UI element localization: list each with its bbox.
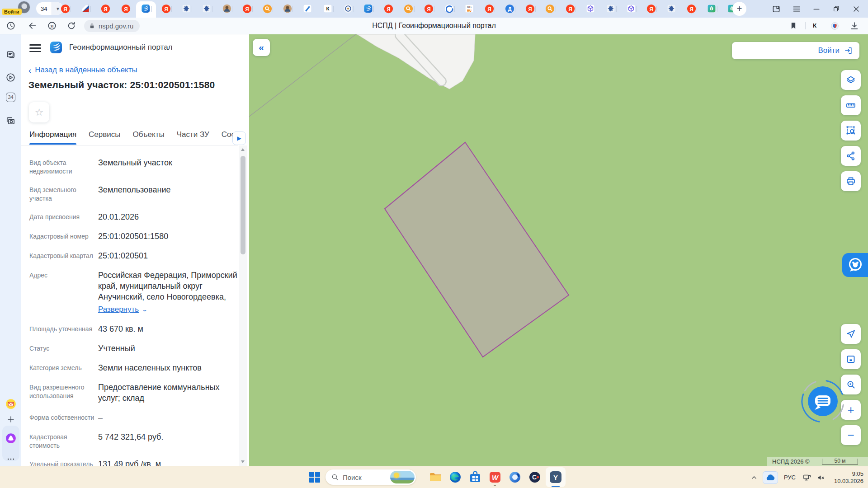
browser-tab-ya-icon[interactable]: Я (383, 4, 393, 14)
edge-app-icon[interactable] (446, 468, 464, 486)
browser-tab-ya-icon[interactable]: Я (161, 4, 171, 14)
scroll-up-icon[interactable] (241, 148, 245, 151)
tab-части-зу[interactable]: Части ЗУ (177, 130, 209, 145)
screenshot-icon[interactable] (0, 113, 21, 129)
browser-tab-gerb-icon[interactable] (606, 4, 616, 14)
browser-tab-ya-icon[interactable]: Я (566, 4, 576, 14)
language-indicator[interactable]: РУС (784, 474, 796, 481)
volume-muted-icon[interactable] (814, 473, 828, 482)
address-bar[interactable]: nspd.gov.ru (84, 20, 140, 32)
add-icon[interactable] (0, 411, 21, 427)
browser-tab-loupe-icon[interactable] (545, 4, 555, 14)
restore-icon[interactable] (826, 0, 846, 18)
browser-tab-ya-icon[interactable]: Я (525, 4, 535, 14)
back-to-results-link[interactable]: ‹ Назад в найденные объекты (28, 66, 137, 75)
tabs-scroll-right-button[interactable]: ▶ (232, 131, 246, 145)
browser-tab-pen-icon[interactable] (302, 4, 312, 14)
browser-tab-avatar-icon[interactable] (222, 4, 232, 14)
bookmark-panel-icon[interactable] (766, 0, 786, 18)
browser-tab-ya-icon[interactable]: Я (485, 4, 495, 14)
map-canvas[interactable]: « Войти +− НСПД 2026 © (249, 34, 868, 466)
browser-tab-gerb-icon[interactable] (666, 4, 676, 14)
browser-tab-flag-icon[interactable] (80, 4, 90, 14)
browser-tab-ya-icon[interactable]: Я (100, 4, 110, 14)
yandex-home-icon[interactable]: Я (44, 18, 60, 34)
tray-chevron-up-icon[interactable] (747, 474, 761, 482)
browser-tab-kp-icon[interactable]: К (323, 4, 333, 14)
browser-tab-nspd-icon[interactable] (141, 4, 151, 14)
browser-tab-rgru-icon[interactable]: RGRU (464, 4, 474, 14)
tab-объекты[interactable]: Объекты (133, 130, 165, 145)
browser-tab-cube-icon[interactable] (626, 4, 636, 14)
browser-tab-eco-icon[interactable] (707, 4, 717, 14)
profile-login-badge[interactable]: Войти (2, 9, 22, 15)
explorer-app-icon[interactable] (426, 468, 444, 486)
browser-tab-avatar-icon[interactable] (283, 4, 292, 14)
media-play-icon[interactable] (0, 69, 21, 85)
back-button[interactable] (24, 18, 41, 34)
share-button[interactable] (841, 146, 861, 166)
close-icon[interactable] (846, 0, 866, 18)
minimize-icon[interactable] (807, 0, 826, 18)
dict-app-icon[interactable]: С (526, 468, 544, 486)
tab-сервисы[interactable]: Сервисы (89, 130, 120, 145)
browser-tab-loupe-icon[interactable] (404, 4, 414, 14)
more-dots-icon[interactable] (0, 451, 21, 467)
tab-counter-icon[interactable]: 34 (0, 89, 21, 105)
layers-button[interactable] (841, 70, 861, 90)
kinopoisk-icon[interactable]: К (807, 18, 823, 34)
bookmark-flag-icon[interactable] (785, 18, 802, 34)
download-icon[interactable] (846, 18, 863, 34)
map-login-button[interactable]: Войти (732, 42, 859, 59)
browser-tab-loupe-icon[interactable] (262, 4, 272, 14)
store-app-icon[interactable] (466, 468, 484, 486)
browser-tab-ya-icon[interactable]: Я (121, 4, 131, 14)
favorite-star-button[interactable]: ☆ (29, 102, 49, 122)
menu-hamburger-icon[interactable] (29, 44, 41, 52)
new-tab-button[interactable]: + (732, 2, 746, 16)
browser-tab-gerb-icon[interactable] (181, 4, 191, 14)
area-search-button[interactable] (841, 121, 861, 141)
browser-tab-ya-icon[interactable]: Я (687, 4, 697, 14)
panel-view-button[interactable] (841, 349, 861, 369)
browser-tab-nspd-icon[interactable] (363, 4, 373, 14)
yandex-app-icon[interactable]: Y (546, 467, 566, 487)
chat-widget-button[interactable] (798, 376, 848, 426)
taskbar-search[interactable]: Поиск (326, 469, 416, 485)
expand-address-link[interactable]: Развернуть⌄ (98, 304, 147, 315)
locate-button[interactable] (841, 324, 861, 344)
tab-информация[interactable]: Информация (29, 130, 76, 145)
menu-icon[interactable] (787, 0, 807, 18)
browser-tab-drive-icon[interactable]: Д (505, 4, 514, 14)
browser-tab-ya-icon[interactable]: Я (646, 4, 656, 14)
browser-tab-sber-icon[interactable] (444, 4, 454, 14)
print-button[interactable] (841, 171, 861, 191)
network-icon[interactable] (800, 473, 814, 482)
mail-icon[interactable] (0, 396, 21, 412)
scrollbar-thumb[interactable] (241, 156, 245, 254)
browser-tab-ya-icon[interactable]: Я (60, 4, 70, 14)
collapse-panel-button[interactable]: « (253, 39, 270, 56)
onedrive-cloud-icon[interactable] (763, 471, 778, 484)
reload-button[interactable] (63, 18, 80, 34)
browser-tab-emblem-icon[interactable] (343, 4, 353, 14)
weather-widget[interactable] (390, 471, 415, 483)
tab-counter-pill[interactable]: 34 ▼ (36, 2, 63, 15)
browser-tab-gerb-icon[interactable] (202, 4, 212, 14)
browser-tab-cube-icon[interactable] (585, 4, 595, 14)
start-button[interactable] (306, 468, 324, 486)
panel-scrollbar[interactable] (239, 145, 247, 466)
ruler-button[interactable] (841, 95, 861, 115)
notes-icon[interactable] (0, 46, 21, 62)
tray-clock[interactable]: 9:05 10.03.2026 (834, 470, 863, 485)
alice-icon[interactable] (0, 430, 21, 446)
protect-shield-icon[interactable] (826, 18, 843, 34)
scroll-down-icon[interactable] (241, 460, 245, 463)
browser-tab-ya-icon[interactable]: Я (242, 4, 252, 14)
mascot-chat-tab[interactable] (842, 253, 868, 277)
history-clock-icon[interactable] (3, 18, 19, 34)
zoom-out-button[interactable]: − (841, 425, 861, 445)
wps-app-icon[interactable]: W (486, 468, 504, 486)
orb-app-icon[interactable] (506, 468, 524, 486)
browser-tab-ya-icon[interactable]: Я (424, 4, 434, 14)
